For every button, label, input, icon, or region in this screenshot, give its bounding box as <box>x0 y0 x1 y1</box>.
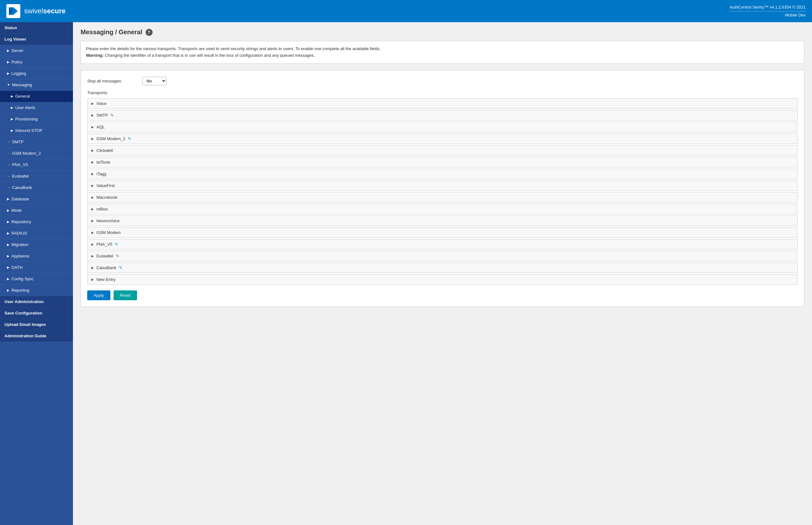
sidebar-item-status[interactable]: Status <box>0 22 73 34</box>
sidebar-label-policy: Policy <box>11 60 23 64</box>
transport-item-new-entry[interactable]: ▶ New Entry <box>87 274 798 285</box>
sidebar-item-reporting[interactable]: ▶Reporting <box>0 285 73 296</box>
sidebar-label-reporting: Reporting <box>11 288 29 292</box>
sidebar-item-gsm-modem2[interactable]: →GSM Modem_2 <box>0 148 73 159</box>
transport-item-macrokiosk[interactable]: ▶ Macrokiosk <box>87 192 798 202</box>
transport-arrow: ▶ <box>91 149 94 152</box>
sidebar-item-logging[interactable]: ▶Logging <box>0 68 73 79</box>
sidebar-label-status: Status <box>4 25 17 30</box>
sidebar-item-smtp[interactable]: →SMTP <box>0 136 73 148</box>
transport-name: iTagg <box>97 171 106 176</box>
sidebar-item-provisioning[interactable]: ▶Provisioning <box>0 114 73 125</box>
nav-arrow-provisioning: ▶ <box>11 117 13 121</box>
warning-detail: Changing the identifier of a transport t… <box>104 53 315 58</box>
transport-item-smtp[interactable]: ▶ SMTP ✎ <box>87 110 798 120</box>
sidebar-item-radius[interactable]: ▶RADIUS <box>0 228 73 239</box>
stop-all-select[interactable]: No Yes <box>143 77 166 85</box>
sidebar-item-database[interactable]: ▶Database <box>0 193 73 205</box>
sidebar-item-user-admin[interactable]: User Administration <box>0 296 73 308</box>
transport-arrow: ▶ <box>91 184 94 188</box>
transport-item-txttools[interactable]: ▶ txtTools <box>87 157 798 167</box>
transport-arrow: ▶ <box>91 102 94 105</box>
transport-arrow: ▶ <box>91 219 94 223</box>
sidebar-item-config-sync[interactable]: ▶Config Sync <box>0 273 73 285</box>
transport-name: ValueFirst <box>97 183 115 188</box>
sidebar-item-user-alerts[interactable]: ▶User Alerts <box>0 102 73 114</box>
sidebar-item-inbound-stop[interactable]: ▶Inbound STOP <box>0 125 73 136</box>
nav-arrow-oath: ▶ <box>7 266 10 269</box>
transport-name: GSM Modem_2 <box>97 136 125 141</box>
configured-icon: ✎ <box>119 265 122 270</box>
sidebar-item-euskaltel[interactable]: →Euskaltel <box>0 170 73 182</box>
sidebar-item-log-viewer[interactable]: Log Viewer <box>0 34 73 45</box>
transport-name: NexmoVoice <box>97 219 120 223</box>
transport-name: Euskaltel <box>97 254 113 258</box>
nav-arrow-database: ▶ <box>7 197 10 201</box>
transport-arrow: ▶ <box>91 137 94 140</box>
nav-arrow-radius: ▶ <box>7 231 10 235</box>
sidebar: StatusLog Viewer▶Server▶Policy▶Logging▼M… <box>0 22 73 525</box>
warning-label: Warning: <box>86 53 104 58</box>
nav-arrow-migration: ▶ <box>7 243 10 246</box>
reset-button[interactable]: Reset <box>114 290 137 300</box>
sidebar-label-server: Server <box>11 48 24 53</box>
transport-item-mblox[interactable]: ▶ mBlox <box>87 204 798 214</box>
transport-item-euskaltel[interactable]: ▶ Euskaltel ✎ <box>87 251 798 261</box>
transport-item-voice[interactable]: ▶ Voice <box>87 98 798 109</box>
sidebar-item-migration[interactable]: ▶Migration <box>0 239 73 251</box>
apply-button[interactable]: Apply <box>87 290 110 300</box>
header-right: AuthControl Sentry™ v4.1.2.6354 © 2021 M… <box>729 4 806 18</box>
sidebar-item-save-config[interactable]: Save Configuration <box>0 308 73 319</box>
sidebar-item-admin-guide[interactable]: Administration Guide <box>0 330 73 342</box>
sidebar-item-pna-v5[interactable]: →PNA_V5 <box>0 159 73 170</box>
sidebar-item-repository[interactable]: ▶Repository <box>0 216 73 228</box>
transport-item-aql[interactable]: ▶ AQL <box>87 122 798 132</box>
transport-item-valuefirst[interactable]: ▶ ValueFirst <box>87 180 798 191</box>
info-box: Please enter the details for the various… <box>80 41 804 64</box>
transport-item-clickatell[interactable]: ▶ Clickatell <box>87 145 798 156</box>
sidebar-item-general[interactable]: ▶General <box>0 91 73 102</box>
transport-item-nexmovoice[interactable]: ▶ NexmoVoice <box>87 215 798 226</box>
stop-all-row: Stop all messages: No Yes <box>87 77 798 85</box>
sidebar-label-migration: Migration <box>11 242 28 247</box>
transport-item-gsm-modem_2[interactable]: ▶ GSM Modem_2 ✎ <box>87 134 798 144</box>
sidebar-item-messaging[interactable]: ▼Messaging <box>0 79 73 91</box>
transport-name: txtTools <box>97 160 110 165</box>
sidebar-label-oath: OATH <box>11 265 23 270</box>
sidebar-label-messaging: Messaging <box>12 82 32 87</box>
nav-arrow-messaging: ▼ <box>7 83 10 87</box>
nav-arrow-appliance: ▶ <box>7 254 10 258</box>
transport-item-itagg[interactable]: ▶ iTagg <box>87 169 798 179</box>
transport-item-pna_v5[interactable]: ▶ PNA_V5 ✎ <box>87 239 798 250</box>
swivel-logo-icon <box>6 4 20 18</box>
page-title: Messaging / General <box>80 29 143 36</box>
transport-arrow: ▶ <box>91 161 94 164</box>
transport-item-gsm-modem[interactable]: ▶ GSM Modem <box>87 227 798 238</box>
sidebar-label-log-viewer: Log Viewer <box>4 37 26 42</box>
sidebar-label-general: General <box>15 94 30 99</box>
sidebar-item-policy[interactable]: ▶Policy <box>0 57 73 68</box>
sidebar-item-server[interactable]: ▶Server <box>0 45 73 57</box>
sidebar-item-mode[interactable]: ▶Mode <box>0 205 73 216</box>
sidebar-label-euskaltel: Euskaltel <box>12 174 29 179</box>
transport-arrow: ▶ <box>91 125 94 129</box>
transport-name: SMTP <box>97 113 108 118</box>
transport-arrow: ▶ <box>91 231 94 234</box>
sidebar-item-appliance[interactable]: ▶Appliance <box>0 251 73 262</box>
transports-label: Transports: <box>87 90 798 95</box>
sidebar-label-save-config: Save Configuration <box>4 311 42 315</box>
nav-arrow-smtp: → <box>7 140 10 144</box>
nav-arrow-logging: ▶ <box>7 72 10 75</box>
button-row: Apply Reset <box>87 290 798 300</box>
help-icon[interactable]: ? <box>146 29 152 36</box>
nav-arrow-pna-v5: → <box>7 163 10 166</box>
sidebar-label-radius: RADIUS <box>11 231 27 236</box>
transport-name: AQL <box>97 124 105 129</box>
nav-arrow-gsm-modem2: → <box>7 152 10 155</box>
transport-item-caixabank[interactable]: ▶ CaixaBank ✎ <box>87 262 798 273</box>
sidebar-item-oath[interactable]: ▶OATH <box>0 262 73 273</box>
sidebar-item-upload-email[interactable]: Upload Email Images <box>0 319 73 330</box>
nav-arrow-general: ▶ <box>11 94 13 98</box>
page-heading: Messaging / General ? <box>80 29 804 36</box>
sidebar-item-caixabank[interactable]: →CaixaBank <box>0 182 73 193</box>
